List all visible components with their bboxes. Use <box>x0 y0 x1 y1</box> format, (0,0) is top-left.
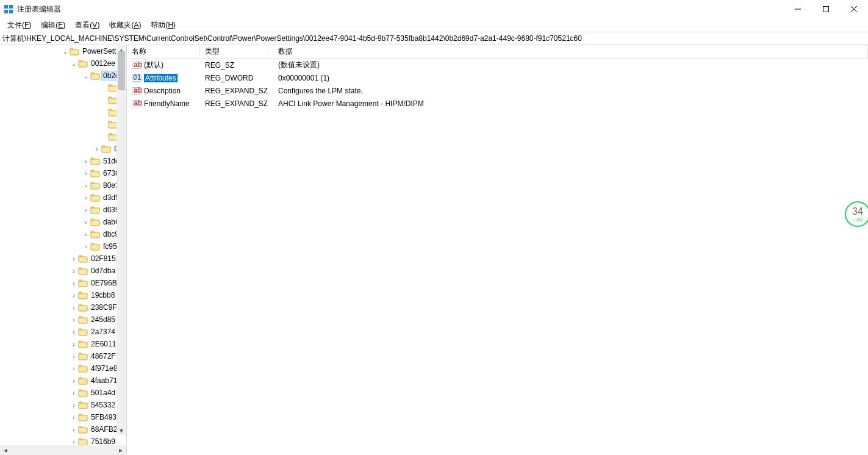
chevron-right-icon[interactable]: › <box>70 390 78 396</box>
svg-rect-57 <box>79 342 87 348</box>
tree-item[interactable]: ›238C9F <box>0 301 126 313</box>
tree-item[interactable]: ›5FB493 <box>0 411 126 423</box>
chevron-down-icon[interactable]: ⌄ <box>61 48 70 55</box>
svg-rect-11 <box>79 62 87 67</box>
chevron-right-icon[interactable]: › <box>70 256 78 262</box>
tree-view[interactable]: ⌄PowerSett⌄0012ee⌄0b2d01234›De›51de›6738… <box>0 45 126 445</box>
chevron-right-icon[interactable]: › <box>70 329 78 335</box>
tree-item[interactable]: ›48672F <box>0 350 126 362</box>
chevron-right-icon[interactable]: › <box>82 158 90 165</box>
chevron-right-icon[interactable]: › <box>70 378 78 384</box>
scroll-thumb[interactable] <box>118 51 125 90</box>
tree-item[interactable]: ›d639 <box>0 204 126 216</box>
tree-item[interactable]: ›6738 <box>0 167 126 179</box>
chevron-down-icon[interactable]: ⌄ <box>70 60 78 67</box>
svg-rect-63 <box>79 379 87 384</box>
chevron-right-icon[interactable]: › <box>82 243 90 250</box>
scroll-down-arrow-icon[interactable]: ▾ <box>117 426 126 435</box>
tree-item[interactable]: ›51de <box>0 155 126 167</box>
tree-item[interactable]: 4 <box>0 131 126 143</box>
tree-vertical-scrollbar[interactable]: ▴ ▾ <box>117 45 126 435</box>
address-bar[interactable]: 计算机\HKEY_LOCAL_MACHINE\SYSTEM\CurrentCon… <box>0 32 868 45</box>
list-body[interactable]: ab(默认)REG_SZ(数值未设置)011AttributesREG_DWOR… <box>127 59 868 455</box>
tree-item[interactable]: ›19cbb8 <box>0 289 126 301</box>
chevron-right-icon[interactable]: › <box>82 195 90 201</box>
chevron-right-icon[interactable]: › <box>70 402 78 409</box>
tree-item[interactable]: 2 <box>0 106 126 118</box>
tree-item[interactable]: ›2a7374 <box>0 326 126 338</box>
tree-item[interactable]: ›545332 <box>0 399 126 411</box>
tree-item[interactable]: ›501a4d <box>0 387 126 399</box>
tree-item[interactable]: ›68AFB2 <box>0 423 126 435</box>
menu-edit[interactable]: 编辑(E) <box>36 19 70 32</box>
menu-view[interactable]: 查看(V) <box>70 19 104 32</box>
floating-speed-widget[interactable]: 34 ↓ 2K <box>845 201 868 227</box>
svg-rect-41 <box>91 245 99 250</box>
folder-icon <box>90 181 100 190</box>
menu-file[interactable]: 文件(F) <box>2 19 36 32</box>
tree-item[interactable]: ⌄0b2d <box>0 70 126 82</box>
tree-item[interactable]: ›0d7dba <box>0 265 126 277</box>
tree-item[interactable]: ›2E6011 <box>0 338 126 350</box>
tree-item[interactable]: ›7516b9 <box>0 435 126 445</box>
column-header-type[interactable]: 类型 <box>200 45 273 58</box>
chevron-right-icon[interactable]: › <box>70 439 78 445</box>
tree-item[interactable]: ›02F815I <box>0 253 126 265</box>
chevron-right-icon[interactable]: › <box>82 219 90 226</box>
chevron-right-icon[interactable]: › <box>82 207 90 213</box>
chevron-right-icon[interactable]: › <box>82 182 90 189</box>
reg-string-icon: ab <box>132 99 142 109</box>
tree-item[interactable]: ⌄0012ee <box>0 57 126 70</box>
minimize-button[interactable] <box>784 0 812 18</box>
menu-favorites[interactable]: 收藏夹(A) <box>104 19 146 32</box>
tree-item[interactable]: ›4f971e8 <box>0 362 126 374</box>
svg-rect-31 <box>91 184 99 189</box>
value-row[interactable]: 011AttributesREG_DWORD0x00000001 (1) <box>127 71 868 84</box>
tree-item[interactable]: 3 <box>0 118 126 131</box>
maximize-button[interactable] <box>812 0 840 18</box>
chevron-right-icon[interactable]: › <box>70 341 78 348</box>
svg-rect-67 <box>79 403 87 409</box>
column-header-data[interactable]: 数据 <box>273 45 868 58</box>
chevron-right-icon[interactable]: › <box>70 292 78 299</box>
tree-item[interactable]: ›245d85 <box>0 313 126 326</box>
value-row[interactable]: ab(默认)REG_SZ(数值未设置) <box>127 59 868 71</box>
value-row[interactable]: abDescriptionREG_EXPAND_SZConfigures the… <box>127 84 868 97</box>
close-button[interactable] <box>840 0 868 18</box>
tree-item-label: 245d85 <box>90 315 117 324</box>
tree-item[interactable]: ›80e3 <box>0 179 126 192</box>
folder-icon <box>70 46 79 56</box>
scroll-left-arrow-icon[interactable]: ◂ <box>1 446 10 454</box>
folder-icon <box>78 266 88 276</box>
chevron-right-icon[interactable]: › <box>70 304 78 311</box>
tree-item[interactable]: ›0E796B <box>0 277 126 289</box>
chevron-down-icon[interactable]: ⌄ <box>82 73 90 79</box>
tree-item[interactable]: ›fc95a <box>0 240 126 253</box>
chevron-right-icon[interactable]: › <box>70 414 78 421</box>
value-name: Description <box>144 87 181 95</box>
tree-horizontal-scrollbar[interactable]: ◂ ▸ <box>0 445 126 455</box>
chevron-right-icon[interactable]: › <box>93 146 101 152</box>
tree-item[interactable]: ›d3d5 <box>0 192 126 204</box>
value-row[interactable]: abFriendlyNameREG_EXPAND_SZAHCI Link Pow… <box>127 97 868 110</box>
chevron-right-icon[interactable]: › <box>82 231 90 238</box>
tree-item[interactable]: ›dab6 <box>0 216 126 228</box>
scroll-right-arrow-icon[interactable]: ▸ <box>117 446 125 454</box>
chevron-right-icon[interactable]: › <box>70 365 78 372</box>
chevron-right-icon[interactable]: › <box>70 353 78 360</box>
chevron-right-icon[interactable]: › <box>82 170 90 177</box>
column-header-name[interactable]: 名称 <box>127 45 200 58</box>
chevron-right-icon[interactable]: › <box>70 317 78 323</box>
tree-item[interactable]: ›De <box>0 143 126 155</box>
tree-item[interactable]: 1 <box>0 94 126 106</box>
tree-item[interactable]: ⌄PowerSett <box>0 45 126 57</box>
tree-item[interactable]: ›dbc9 <box>0 228 126 240</box>
chevron-right-icon[interactable]: › <box>70 268 78 274</box>
tree-item[interactable]: ›4faab71 <box>0 374 126 387</box>
value-data: (数值未设置) <box>273 60 868 70</box>
chevron-right-icon[interactable]: › <box>70 426 78 433</box>
chevron-right-icon[interactable]: › <box>70 280 78 287</box>
tree-item[interactable]: 0 <box>0 82 126 94</box>
menu-help[interactable]: 帮助(H) <box>146 19 181 32</box>
svg-text:ab: ab <box>134 60 142 69</box>
